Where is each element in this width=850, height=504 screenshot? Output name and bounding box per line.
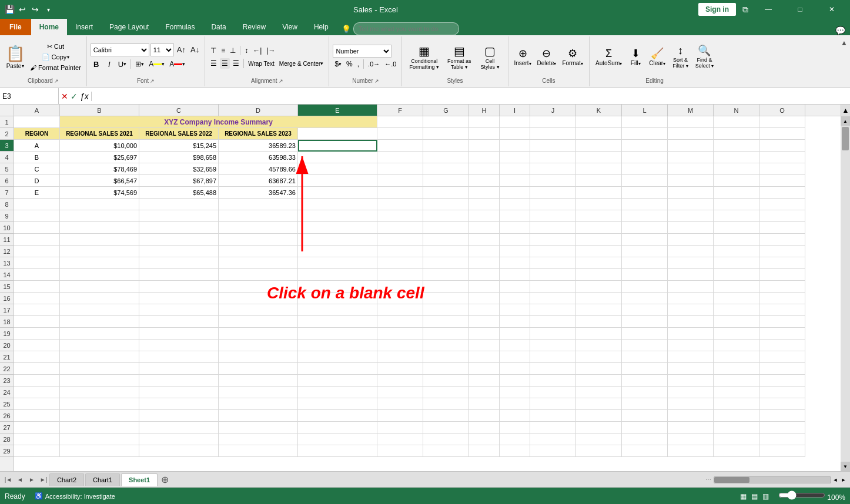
cell-M12[interactable]: [668, 246, 714, 257]
cell-A28[interactable]: [14, 434, 60, 445]
cell-M22[interactable]: [668, 363, 714, 375]
cell-C17[interactable]: [139, 304, 219, 316]
cell-F6[interactable]: [377, 175, 423, 187]
col-header-O[interactable]: O: [759, 105, 805, 116]
cell-F17[interactable]: [377, 304, 423, 316]
cell-N9[interactable]: [714, 210, 759, 222]
cell-F8[interactable]: [377, 199, 423, 210]
cell-J18[interactable]: [530, 316, 576, 328]
cell-I4[interactable]: [500, 152, 530, 163]
more-sheets-icon[interactable]: ⋯: [705, 476, 711, 483]
cell-D20[interactable]: [219, 340, 298, 351]
cell-E8[interactable]: [298, 199, 377, 210]
cell-B27[interactable]: [60, 422, 139, 434]
name-box-input[interactable]: [2, 92, 49, 100]
cell-F20[interactable]: [377, 340, 423, 351]
cell-G8[interactable]: [423, 199, 469, 210]
cell-B11[interactable]: [60, 234, 139, 246]
increase-decimal-button[interactable]: .0→: [366, 59, 382, 69]
cell-J27[interactable]: [530, 422, 576, 434]
cell-O16[interactable]: [759, 293, 805, 304]
cell-D9[interactable]: [219, 210, 298, 222]
cell-A23[interactable]: [14, 375, 60, 387]
cell-O3[interactable]: [759, 140, 805, 152]
cell-H27[interactable]: [469, 422, 500, 434]
cell-N6[interactable]: [714, 175, 759, 187]
row-header-10[interactable]: 10: [0, 222, 14, 234]
cell-K21[interactable]: [576, 351, 622, 363]
row-header-8[interactable]: 8: [0, 199, 14, 210]
cell-I12[interactable]: [500, 246, 530, 257]
minimize-button[interactable]: —: [755, 0, 782, 19]
cell-L25[interactable]: [622, 398, 668, 410]
cell-L4[interactable]: [622, 152, 668, 163]
cell-A26[interactable]: [14, 410, 60, 422]
cell-L26[interactable]: [622, 410, 668, 422]
row-header-7[interactable]: 7: [0, 187, 14, 199]
cell-K20[interactable]: [576, 340, 622, 351]
cell-M24[interactable]: [668, 387, 714, 398]
cell-N22[interactable]: [714, 363, 759, 375]
cell-K13[interactable]: [576, 257, 622, 269]
cell-I25[interactable]: [500, 398, 530, 410]
cut-button[interactable]: ✂ Cut: [28, 42, 83, 52]
cell-O6[interactable]: [759, 175, 805, 187]
cell-A1[interactable]: [14, 116, 60, 128]
bold-button[interactable]: B: [91, 59, 102, 70]
row-header-28[interactable]: 28: [0, 434, 14, 445]
save-icon[interactable]: 💾: [5, 5, 14, 14]
sheet-nav-prev[interactable]: ◄: [14, 474, 26, 486]
cell-K23[interactable]: [576, 375, 622, 387]
cell-N26[interactable]: [714, 410, 759, 422]
cell-I29[interactable]: [500, 445, 530, 457]
scroll-top-arrow[interactable]: ▲: [841, 105, 850, 116]
row-header-20[interactable]: 20: [0, 340, 14, 351]
cell-L12[interactable]: [622, 246, 668, 257]
cell-H13[interactable]: [469, 257, 500, 269]
cell-O20[interactable]: [759, 340, 805, 351]
cell-O22[interactable]: [759, 363, 805, 375]
cell-J15[interactable]: [530, 281, 576, 293]
cell-L28[interactable]: [622, 434, 668, 445]
cell-O17[interactable]: [759, 304, 805, 316]
add-sheet-button[interactable]: ⊕: [159, 474, 170, 486]
cell-A11[interactable]: [14, 234, 60, 246]
row-header-29[interactable]: 29: [0, 445, 14, 457]
tab-data[interactable]: Data: [203, 19, 234, 35]
cell-J5[interactable]: [530, 163, 576, 175]
cell-I15[interactable]: [500, 281, 530, 293]
cell-M18[interactable]: [668, 316, 714, 328]
cell-C27[interactable]: [139, 422, 219, 434]
row-header-12[interactable]: 12: [0, 246, 14, 257]
cell-L15[interactable]: [622, 281, 668, 293]
cell-J11[interactable]: [530, 234, 576, 246]
cell-K4[interactable]: [576, 152, 622, 163]
format-as-table-button[interactable]: ▤ Format asTable ▾: [444, 42, 475, 72]
cell-C9[interactable]: [139, 210, 219, 222]
cell-O11[interactable]: [759, 234, 805, 246]
cell-I19[interactable]: [500, 328, 530, 340]
decrease-font-button[interactable]: A↓: [189, 44, 201, 55]
cell-L2[interactable]: [622, 128, 668, 140]
cell-C18[interactable]: [139, 316, 219, 328]
cell-H16[interactable]: [469, 293, 500, 304]
cell-B14[interactable]: [60, 269, 139, 281]
cell-B25[interactable]: [60, 398, 139, 410]
cell-H7[interactable]: [469, 187, 500, 199]
cell-A19[interactable]: [14, 328, 60, 340]
cell-D25[interactable]: [219, 398, 298, 410]
cell-C29[interactable]: [139, 445, 219, 457]
cell-E21[interactable]: [298, 351, 377, 363]
tab-formulas[interactable]: Formulas: [157, 19, 203, 35]
cell-H4[interactable]: [469, 152, 500, 163]
cell-A15[interactable]: [14, 281, 60, 293]
row-header-2[interactable]: 2: [0, 128, 14, 140]
row-header-13[interactable]: 13: [0, 257, 14, 269]
cell-J2[interactable]: [530, 128, 576, 140]
cell-C22[interactable]: [139, 363, 219, 375]
confirm-formula-icon[interactable]: ✓: [71, 92, 78, 101]
cell-A6[interactable]: D: [14, 175, 60, 187]
cell-M14[interactable]: [668, 269, 714, 281]
cell-B5[interactable]: $78,469: [60, 163, 139, 175]
cell-J13[interactable]: [530, 257, 576, 269]
